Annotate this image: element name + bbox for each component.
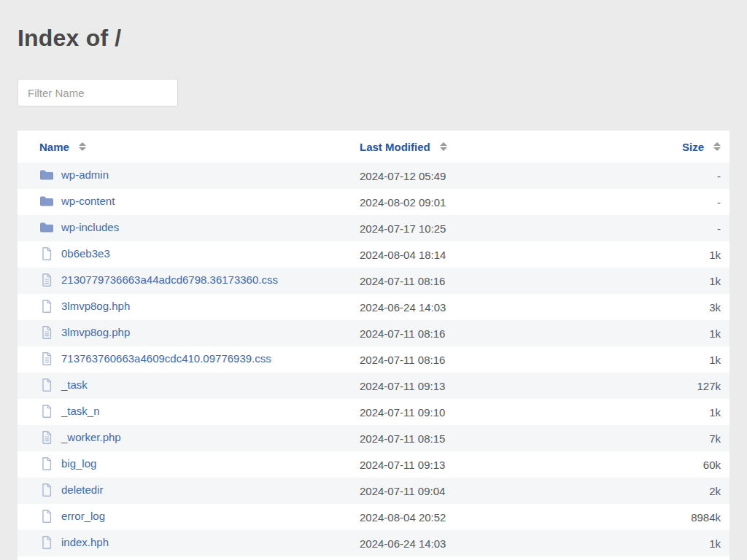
folder-icon [39,222,54,233]
table-row: 0b6eb3e3 2024-08-04 18:14 1k [18,241,729,268]
table-row: wp-content 2024-08-02 09:01 - [18,189,729,215]
size-value: 1k [637,268,729,294]
file-link[interactable]: wp-admin [61,168,109,181]
table-row: 2130779736663a44adcd6798.36173360.css 20… [18,268,729,294]
file-icon [39,483,54,497]
table-row: _worker.php 2024-07-11 08:15 7k [18,425,729,451]
column-header-last-modified: Last Modified [360,131,637,163]
page-title: Index of / [18,0,729,52]
file-link[interactable]: _task_n [61,405,100,417]
file-icon [39,299,54,314]
file-link[interactable]: _task [61,378,88,391]
file-icon [39,456,54,471]
table-row: 713763760663a4609cdc410.09776939.css 202… [18,346,729,373]
file-link[interactable]: wp-includes [61,221,119,233]
column-header-size: Size [637,131,729,163]
sort-icon [713,142,721,151]
table-header-row: Name Last Modified [18,131,729,163]
file-text-icon [39,351,54,366]
file-text-icon [39,325,54,340]
last-modified-value: 2024-07-11 09:04 [360,478,637,504]
size-value: 60k [637,451,729,478]
last-modified-value: 2024-08-02 09:01 [360,189,637,215]
directory-index-page: Index of / Name [0,0,747,560]
file-link[interactable]: _worker.php [61,431,121,443]
last-modified-value: 2024-06-24 14:03 [360,530,637,556]
column-label-last-modified: Last Modified [360,141,430,153]
size-value: 127k [637,373,729,399]
size-value: 3k [637,294,729,320]
file-icon [39,246,54,261]
table-row: _task_n 2024-07-11 09:10 1k [18,399,729,425]
last-modified-value: 2024-07-17 10:25 [360,215,637,241]
last-modified-value: 2024-06-24 14:03 [360,294,637,320]
last-modified-value: 2024-08-04 20:52 [360,504,637,530]
folder-icon [39,195,54,207]
size-value: 1k [637,241,729,268]
file-text-icon [39,273,54,287]
size-value: 8984k [637,504,729,530]
last-modified-value: 2024-07-11 09:13 [360,373,637,399]
column-label-name: Name [39,141,69,153]
last-modified-value: 2024-07-11 08:16 [360,346,637,373]
file-listing-card: Name Last Modified [18,131,729,560]
last-modified-value: 2024-07-11 09:13 [360,451,637,478]
file-icon [39,378,54,392]
file-link[interactable]: 3lmvp8og.hph [61,300,130,312]
file-icon [39,535,54,550]
file-link[interactable]: deletedir [61,483,104,496]
size-value: - [637,189,729,215]
file-icon [39,404,54,419]
size-value: - [637,215,729,241]
table-row: index.hph 2024-06-24 14:03 1k [18,530,729,556]
last-modified-value: 2024-07-11 08:16 [360,268,637,294]
file-text-icon [39,430,54,445]
size-value: 1k [637,320,729,346]
file-icon [39,509,54,524]
size-value: 1k [637,346,729,373]
last-modified-value: 2024-07-11 08:15 [360,425,637,451]
column-label-size: Size [682,141,704,153]
file-link[interactable]: wp-content [61,195,115,207]
table-row: deletedir 2024-07-11 09:04 2k [18,478,729,504]
table-row: _task 2024-07-11 09:13 127k [18,373,729,399]
sort-icon [440,142,447,151]
sort-icon [79,142,86,151]
size-value: 7k [637,425,729,451]
last-modified-value: 2024-07-11 09:10 [360,399,637,425]
folder-icon [39,169,54,181]
size-value: 2k [637,478,729,504]
file-link[interactable]: 2130779736663a44adcd6798.36173360.css [61,273,278,286]
file-link[interactable]: 0b6eb3e3 [61,247,110,260]
table-row: wp-includes 2024-07-17 10:25 - [18,215,729,241]
file-link[interactable]: 713763760663a4609cdc410.09776939.css [61,352,271,365]
last-modified-value: 2024-07-11 08:16 [360,320,637,346]
file-link[interactable]: big_log [61,457,96,470]
column-header-name: Name [18,131,360,163]
file-link[interactable]: 3lmvp8og.php [61,326,130,338]
size-value: - [637,163,729,189]
last-modified-value: 2024-08-04 18:14 [360,241,637,268]
filter-name-input[interactable] [18,79,178,106]
sort-by-size[interactable]: Size [682,141,721,153]
table-row: 3lmvp8og.php 2024-07-11 08:16 1k [18,320,729,346]
file-listing-table: Name Last Modified [18,131,729,556]
table-row: 3lmvp8og.hph 2024-06-24 14:03 3k [18,294,729,320]
file-link[interactable]: error_log [61,510,105,522]
table-row: wp-admin 2024-07-12 05:49 - [18,163,729,189]
sort-by-name[interactable]: Name [39,141,86,153]
last-modified-value: 2024-07-12 05:49 [360,163,637,189]
file-link[interactable]: index.hph [61,536,109,548]
table-row: big_log 2024-07-11 09:13 60k [18,451,729,478]
size-value: 1k [637,399,729,425]
sort-by-last-modified[interactable]: Last Modified [360,141,447,153]
size-value: 1k [637,530,729,556]
table-row: error_log 2024-08-04 20:52 8984k [18,504,729,530]
